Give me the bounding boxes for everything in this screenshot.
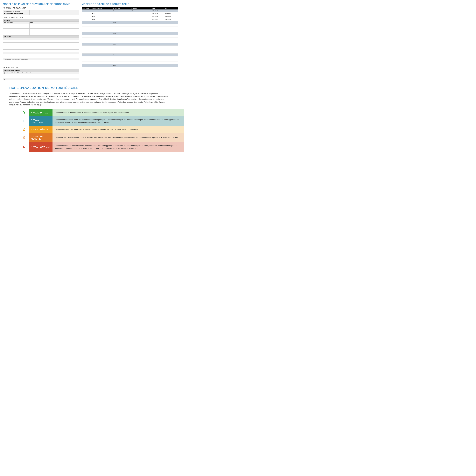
maturity-level-row: 1NIVEAU DÉBUTANTL'équipe commence à pein…: [20, 116, 184, 126]
task-row: [82, 27, 178, 29]
maturity-level-number: 1: [20, 116, 29, 126]
task-row: [82, 29, 178, 32]
manager-label: GESTIONNAIRE DU PROGRAMME: [3, 12, 30, 15]
start-header: DÉBUT: [151, 7, 164, 9]
maturity-level-label: NIVEAU OPTIMAL: [29, 142, 52, 152]
task-row: [82, 48, 178, 51]
backlog-table: ID DE TÂCHE NOM DE LA TÂCHE N° DE SPRINT…: [82, 7, 178, 67]
task-row: Tâche 1– –– –2022-07-052022-07-05: [82, 12, 178, 15]
assigned-header: ATTRIBUÉ À: [130, 7, 151, 9]
end-header: FIN: [165, 7, 178, 9]
sponsor-value[interactable]: [30, 10, 79, 12]
when-verif: Quand les vérifications doivent-elles av…: [3, 72, 79, 74]
backlog-title: MODÈLE DE BACKLOG PRODUIT AGILE: [82, 3, 178, 5]
task-row: [82, 46, 178, 48]
sprint-row: Sprint 2: [82, 21, 178, 24]
members-label: MEMBRES: [3, 19, 79, 22]
task-row: Tâche 3– –– –2022-07-082022-07-09: [82, 18, 178, 21]
maturity-level-text: L'équipe manque de cohérence et a besoin…: [52, 109, 184, 116]
maturity-level-number: 3: [20, 133, 29, 142]
maturity-level-label: NIVEAU DE MESURE: [29, 133, 52, 142]
sprint-row: Sprint 6: [82, 64, 178, 67]
task-row: [82, 56, 178, 59]
maturity-level-row: 4NIVEAU OPTIMALL'équipe développe dans l…: [20, 142, 184, 152]
sprint-row: Sprint 3: [82, 32, 178, 35]
task-name-header: NOM DE LA TÂCHE: [91, 7, 112, 9]
backlog-header-row: ID DE TÂCHE NOM DE LA TÂCHE N° DE SPRINT…: [82, 7, 178, 9]
maturity-level-number: 0: [20, 109, 29, 116]
task-row: [82, 59, 178, 62]
comm-process: Processus de communication des décisions: [3, 58, 79, 60]
task-row: [82, 62, 178, 64]
maturity-level-text: L'équipe applique des processus Agile bi…: [52, 126, 184, 133]
maturity-levels-table: 0NIVEAU INITIALL'équipe manque de cohére…: [20, 109, 184, 152]
stage-gate-label: VÉRIFICATIONS STAGE-GATE: [3, 69, 79, 72]
task-id-header: ID DE TÂCHE: [82, 7, 91, 9]
structure-label: STRUCTURE: [3, 35, 79, 38]
task-row: [82, 24, 178, 27]
verifications-table: VÉRIFICATIONS STAGE-GATE Quand les vérif…: [3, 69, 79, 80]
maturity-level-text: L'équipe commence à peine à adopter la m…: [52, 116, 184, 126]
governance-info-table: SPONSOR DU PROGRAMME GESTIONNAIRE DU PRO…: [3, 10, 79, 15]
maturity-level-label: NIVEAU DÉFINI: [29, 126, 52, 133]
sprint-no-header: N° DE SPRINT: [112, 7, 130, 9]
doc-process: Processus de documentation des décisions: [3, 52, 79, 54]
maturity-level-number: 2: [20, 126, 29, 133]
maturity-title: FICHE D'ÉVALUATION DE MATURITÉ AGILE: [9, 86, 172, 90]
role-header: Rôle: [30, 22, 79, 24]
sprint-row: Sprint 1C. Jones2022-07-05: [82, 9, 178, 12]
manager-value[interactable]: [30, 12, 79, 15]
sprint-row: Sprint 4: [82, 43, 178, 46]
backlog-panel: MODÈLE DE BACKLOG PRODUIT AGILE ID DE TÂ…: [82, 3, 178, 80]
task-row: [82, 35, 178, 37]
task-row: [82, 40, 178, 43]
verifications-title: VÉRIFICATIONS: [3, 66, 79, 68]
sponsor-label: SPONSOR DU PROGRAMME: [3, 10, 30, 12]
maturity-level-text: L'équipe mesure la qualité du code et d'…: [52, 133, 184, 142]
committee-table: MEMBRES Nom du membreRôle STRUCTURE Dire…: [3, 19, 79, 64]
maturity-level-row: 2NIVEAU DÉFINIL'équipe applique des proc…: [20, 126, 184, 133]
maturity-description: Utilisez cette fiche d'évaluation de mat…: [9, 92, 172, 106]
task-row: [82, 51, 178, 53]
program-name: [ NOM DU PROGRAMME ]: [3, 7, 79, 9]
sprint-row: Sprint 5: [82, 53, 178, 56]
task-row: Tâche 2– –– –2022-07-062022-07-07: [82, 15, 178, 18]
maturity-level-label: NIVEAU DÉBUTANT: [29, 116, 52, 126]
role-cell[interactable]: [30, 24, 79, 26]
maturity-level-number: 4: [20, 142, 29, 152]
maturity-level-text: L'équipe développe dans les délais à cha…: [52, 142, 184, 152]
maturity-level-row: 0NIVEAU INITIALL'équipe manque de cohére…: [20, 109, 184, 116]
committee-title: COMITÉ DIRECTEUR: [3, 16, 79, 18]
governance-panel: MODÈLE DE PLAN DE GOUVERNANCE DE PROGRAM…: [3, 3, 79, 80]
member-cell[interactable]: [3, 24, 30, 26]
maturity-level-row: 3NIVEAU DE MESUREL'équipe mesure la qual…: [20, 133, 184, 142]
maturity-panel: FICHE D'ÉVALUATION DE MATURITÉ AGILE Uti…: [3, 83, 178, 155]
member-name-header: Nom du membre: [3, 22, 30, 24]
task-row: [82, 37, 178, 40]
governance-title: MODÈLE DE PLAN DE GOUVERNANCE DE PROGRAM…: [3, 3, 79, 5]
decision-directives: Directives et priorités en matière de dé…: [3, 38, 79, 40]
maturity-level-label: NIVEAU INITIAL: [29, 109, 52, 116]
what-verif: Qu'est-ce qui sera vérifié ?: [3, 78, 79, 80]
